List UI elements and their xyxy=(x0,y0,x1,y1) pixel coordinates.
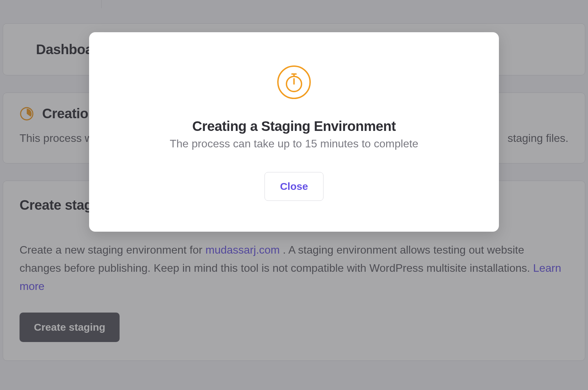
close-button[interactable]: Close xyxy=(265,172,323,201)
modal-title: Creating a Staging Environment xyxy=(110,119,478,134)
modal-subtitle: The process can take up to 15 minutes to… xyxy=(110,137,478,150)
creating-staging-modal: Creating a Staging Environment The proce… xyxy=(89,32,499,232)
modal-overlay[interactable]: Creating a Staging Environment The proce… xyxy=(0,0,588,390)
stopwatch-icon xyxy=(277,65,311,99)
